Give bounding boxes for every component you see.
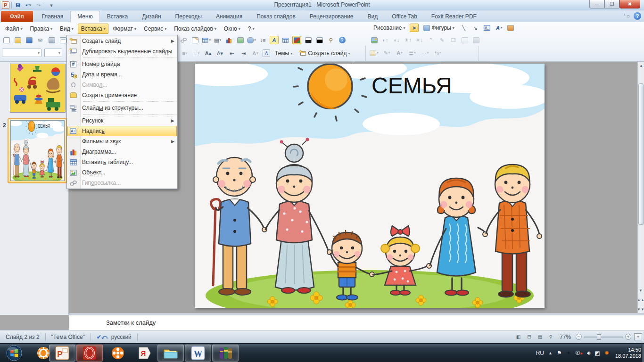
shape-fill-icon[interactable]: ▾ — [370, 49, 379, 57]
sort-icon[interactable]: ↓≡ — [258, 36, 267, 44]
zoom-slider[interactable]: − + — [576, 334, 631, 340]
numbered-list-icon[interactable]: ≡▾ — [180, 49, 189, 58]
menu-item-создать-слайд[interactable]: Создать слайд▶ — [67, 36, 177, 46]
previous-slide-icon[interactable]: ▲▲ — [638, 296, 644, 303]
help-toolbar-icon[interactable]: ? — [338, 36, 347, 44]
menu-item-объект[interactable]: Объект... — [67, 167, 177, 178]
color-scheme-icon[interactable] — [292, 36, 301, 44]
slide-editing-surface[interactable] — [195, 64, 545, 308]
columns-icon[interactable]: ▤▾ — [213, 36, 222, 44]
tab-file[interactable]: Файл — [1, 11, 33, 22]
menu-окно[interactable]: Окно▾ — [221, 24, 244, 34]
minimize-button[interactable]: ─ — [589, 0, 604, 8]
menu-item-дата-и-время[interactable]: Дата и время... — [67, 69, 177, 80]
menu-вид[interactable]: Вид▾ — [57, 24, 77, 34]
reset-picture-icon[interactable]: ❐ — [449, 36, 458, 44]
zoom-out-icon[interactable]: − — [576, 334, 582, 340]
contrast-down-icon[interactable]: ◐↓ — [392, 36, 401, 44]
font-name-combobox[interactable]: ▾ — [2, 49, 41, 57]
taskbar-word-icon[interactable]: W — [185, 345, 211, 362]
arrow-tool-icon[interactable]: ↘ — [471, 24, 480, 32]
theme-name[interactable]: "Тема Office" — [50, 334, 87, 340]
avast-icon[interactable]: ✹ — [604, 350, 609, 356]
language-indicator[interactable]: русский — [109, 334, 133, 340]
grayscale-icon[interactable] — [304, 36, 313, 44]
menu-вставка[interactable]: Вставка▾ — [78, 24, 109, 34]
close-button[interactable]: ✖ — [619, 0, 640, 8]
menu-item-гиперссылка[interactable]: Гиперссылка... — [67, 178, 177, 188]
zoom-tool-icon[interactable]: ⚲ — [326, 36, 335, 44]
taskbar-explorer-icon[interactable] — [157, 345, 184, 362]
slide-1-thumbnail[interactable] — [10, 64, 66, 113]
clipart-icon[interactable] — [506, 24, 515, 32]
menu-сервис[interactable]: Сервис▾ — [140, 24, 170, 34]
menu-item-вставить-таблицу[interactable]: Вставить таблицу... — [67, 157, 177, 167]
zoom-track[interactable] — [584, 337, 623, 337]
save-file-icon[interactable] — [25, 36, 33, 44]
wordart-icon[interactable]: A▾ — [495, 24, 504, 32]
bullet-list-icon[interactable]: ≣▾ — [192, 49, 201, 58]
slideshow-view-icon[interactable]: ⚲ — [547, 333, 555, 340]
black-white-icon[interactable] — [315, 36, 324, 44]
menu-item-диаграмма[interactable]: Диаграмма... — [67, 147, 177, 157]
insert-shapes-icon[interactable]: ▾ — [247, 36, 256, 44]
slide-2-thumbnail[interactable] — [10, 120, 65, 181]
tab-показ-слайдов[interactable]: Показ слайдов — [249, 11, 303, 22]
arrow-style-icon[interactable]: ⇆▾ — [433, 49, 442, 57]
restore-button[interactable]: ❐ — [604, 0, 619, 8]
font-dialog-icon[interactable]: A — [263, 49, 270, 57]
crop-icon[interactable]: ⌝ — [426, 36, 435, 44]
menu-формат[interactable]: Формат▾ — [109, 24, 140, 34]
volume-icon[interactable]: 🔊︎ — [587, 350, 591, 356]
menu-item-дублировать-выделенные-слайды[interactable]: Дублировать выделенные слайды — [67, 46, 177, 57]
highlight-text-icon[interactable]: A — [270, 36, 279, 44]
normal-view-icon[interactable]: ◧ — [514, 333, 522, 340]
mail-attach-icon[interactable]: ✉ — [36, 36, 45, 44]
tab-главная[interactable]: Главная — [35, 11, 71, 22]
taskbar-yandex-icon[interactable]: Я — [131, 345, 157, 362]
network-icon[interactable]: ◩ — [595, 350, 600, 356]
menu-item-слайды-из-структуры[interactable]: Слайды из структуры... — [67, 103, 177, 113]
text-box-tool-icon[interactable] — [483, 24, 492, 32]
tab-office-tab[interactable]: Office Tab — [385, 11, 424, 22]
menu-item-номер-слайда[interactable]: Номер слайда — [67, 59, 177, 69]
scrollbar-thumb[interactable] — [638, 83, 644, 225]
taskbar-film-reel-icon[interactable] — [105, 345, 131, 362]
fit-slide-to-window-icon[interactable]: ⌖ — [634, 333, 642, 340]
new-file-icon[interactable] — [2, 36, 11, 44]
tab-рецензирование[interactable]: Рецензирование — [303, 11, 361, 22]
recolor-icon[interactable]: ✎ — [438, 36, 446, 44]
font-size-combobox[interactable]: ▾ — [44, 49, 62, 57]
menu-item-создать-примечание[interactable]: Создать примечание — [67, 90, 177, 100]
menu-item-фильмы-и-звук[interactable]: Фильмы и звук▶ — [67, 136, 177, 147]
slide-counter[interactable]: Слайд 2 из 2 — [4, 334, 41, 340]
insert-hyperlink-icon[interactable] — [179, 36, 188, 44]
tab-вид[interactable]: Вид — [361, 11, 385, 22]
show-hidden-icons[interactable]: ▲ — [548, 351, 553, 355]
notes-pane[interactable]: Заметки к слайду — [69, 315, 644, 330]
insert-picture-icon[interactable] — [370, 36, 379, 44]
line-style-icon[interactable]: ☰▾ — [408, 49, 417, 57]
themes-menu[interactable]: Темы▾ — [273, 49, 294, 58]
spellcheck-icon[interactable]: ✔⤺ — [95, 334, 109, 340]
select-cursor-icon[interactable]: ➤ — [410, 24, 419, 32]
scroll-down-icon[interactable]: ▼ — [638, 287, 644, 294]
dash-style-icon[interactable]: ⋯▾ — [421, 49, 429, 57]
brightness-up-icon[interactable]: ☀↑ — [404, 36, 413, 44]
pin-ribbon-icon[interactable]: ⌜○ — [624, 13, 630, 19]
taskbar-winrar-icon[interactable] — [212, 345, 239, 362]
edit-header-footer-icon[interactable]: ✎ — [190, 36, 199, 44]
taskbar-opera-icon[interactable] — [76, 345, 103, 362]
menu-?[interactable]: ?▾ — [245, 24, 258, 34]
reading-view-icon[interactable]: ▤ — [536, 333, 544, 340]
change-picture-icon[interactable] — [471, 36, 480, 44]
start-button[interactable] — [1, 345, 27, 362]
tab-переходы[interactable]: Переходы — [168, 11, 209, 22]
insert-worksheet-icon[interactable] — [236, 36, 245, 44]
menu-item-символ[interactable]: Символ... — [67, 80, 177, 90]
slide-sorter-view-icon[interactable]: ⊟ — [525, 333, 533, 340]
menu-показ-слайдов[interactable]: Показ слайдов▾ — [171, 24, 220, 34]
tab-меню[interactable]: Меню — [70, 11, 99, 22]
zoom-thumb[interactable] — [597, 334, 601, 340]
keyboard-language-indicator[interactable]: RU — [536, 350, 544, 356]
